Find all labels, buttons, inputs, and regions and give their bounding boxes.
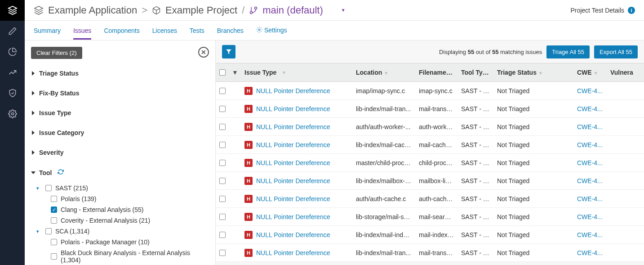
col-tool-type[interactable]: Tool Type (457, 69, 493, 76)
issue-link[interactable]: NULL Pointer Dereference (256, 123, 330, 130)
branch-dropdown-icon[interactable]: ▼ (341, 8, 346, 13)
info-icon[interactable]: i (628, 7, 635, 14)
caret-right-icon (32, 130, 35, 135)
tab-branches[interactable]: Branches (217, 22, 244, 40)
row-checkbox[interactable] (219, 160, 226, 166)
tree-parent[interactable]: ▾SAST (215) (31, 183, 207, 193)
checkbox[interactable] (51, 217, 57, 224)
row-checkbox[interactable] (219, 142, 226, 148)
tab-components[interactable]: Components (104, 22, 139, 40)
table-row[interactable]: HNULL Pointer Dereferenceimap/imap-sync.… (216, 82, 644, 100)
clear-filters-button[interactable]: Clear Filters (2) (31, 47, 82, 59)
cwe-link[interactable]: CWE-4... (577, 195, 603, 202)
issue-link[interactable]: NULL Pointer Dereference (256, 105, 330, 112)
select-all-checkbox[interactable] (219, 69, 226, 76)
filter-issue category[interactable]: Issue Category (31, 127, 207, 138)
table-row[interactable]: HNULL Pointer Dereferencelib-index/mail-… (216, 100, 644, 118)
table-row[interactable]: HNULL Pointer Dereferencelib-index/mail-… (216, 244, 644, 262)
row-checkbox[interactable] (219, 232, 226, 238)
table-row[interactable]: HNULL Pointer Dereferencelib-storage/mai… (216, 208, 644, 226)
tree-child[interactable]: Clang - External Analysis (55) (31, 204, 207, 215)
cwe-link[interactable]: CWE-4... (577, 213, 603, 220)
col-triage-status[interactable]: Triage Status▼ (493, 69, 573, 76)
filter-toggle-button[interactable] (222, 45, 235, 58)
breadcrumb-app[interactable]: Example Application (48, 4, 137, 16)
tab-summary[interactable]: Summary (34, 22, 61, 40)
checkbox[interactable] (45, 228, 52, 234)
tab-settings[interactable]: Settings (256, 21, 287, 40)
row-checkbox[interactable] (219, 88, 226, 94)
col-filename[interactable]: Filename/Origin (415, 69, 457, 76)
rail-shield-icon[interactable] (0, 83, 25, 103)
cwe-link[interactable]: CWE-4... (577, 87, 603, 94)
table-row[interactable]: HNULL Pointer Dereferencelib-index/mail-… (216, 226, 644, 244)
cwe-link[interactable]: CWE-4... (577, 249, 603, 256)
cwe-link[interactable]: CWE-4... (577, 141, 603, 148)
row-checkbox[interactable] (219, 214, 226, 220)
rail-chart-icon[interactable] (0, 62, 25, 83)
table-row[interactable]: HNULL Pointer Dereferencemaster/child-pr… (216, 154, 644, 172)
issue-link[interactable]: NULL Pointer Dereference (256, 195, 330, 202)
tree-child[interactable]: Coverity - External Analysis (21) (31, 215, 207, 226)
tree-child[interactable]: Black Duck Binary Analysis - External An… (31, 247, 207, 265)
rail-edit-icon[interactable] (0, 21, 25, 41)
table-row[interactable]: HNULL Pointer Dereferenceauth/auth-worke… (216, 118, 644, 136)
header-right-label[interactable]: Project Test Details (570, 7, 624, 14)
filter-severity[interactable]: Severity (31, 147, 207, 158)
row-checkbox[interactable] (219, 124, 226, 130)
cwe-link[interactable]: CWE-4... (577, 231, 603, 238)
chevron-down-icon: ▾ (36, 229, 42, 234)
col-vulnerability[interactable]: Vulnera (607, 69, 638, 76)
rail-pie-icon[interactable] (0, 41, 25, 62)
row-checkbox[interactable] (219, 106, 226, 112)
tab-licenses[interactable]: Licenses (152, 22, 177, 40)
tab-tests[interactable]: Tests (190, 22, 204, 40)
table-row[interactable]: HNULL Pointer Dereferencelib-index/mail-… (216, 136, 644, 154)
filter-triage status[interactable]: Triage Status (31, 68, 207, 79)
issue-link[interactable]: NULL Pointer Dereference (256, 177, 330, 184)
tree-child[interactable]: Polaris (139) (31, 193, 207, 204)
issue-link[interactable]: NULL Pointer Dereference (256, 213, 330, 220)
tree-parent[interactable]: ▾SCA (1,314) (31, 226, 207, 237)
breadcrumb-branch[interactable]: main (default) (262, 4, 323, 16)
cwe-link[interactable]: CWE-4... (577, 105, 603, 112)
col-issue-type[interactable]: Issue Type▼ (241, 69, 352, 76)
cwe-link[interactable]: CWE-4... (577, 159, 603, 166)
checkbox[interactable] (51, 239, 57, 245)
row-checkbox[interactable] (219, 250, 226, 256)
checkbox[interactable] (45, 185, 52, 191)
checkbox[interactable] (51, 253, 57, 260)
checkbox[interactable] (51, 196, 57, 202)
tab-issues[interactable]: Issues (73, 22, 91, 40)
checkbox[interactable] (51, 207, 57, 213)
filter-fix-by status[interactable]: Fix-By Status (31, 88, 207, 99)
issue-link[interactable]: NULL Pointer Dereference (256, 141, 330, 148)
cell-triage: Not Triaged (493, 159, 573, 166)
export-all-button[interactable]: Export All 55 (594, 45, 638, 58)
cwe-link[interactable]: CWE-4... (577, 177, 603, 184)
issue-link[interactable]: NULL Pointer Dereference (256, 87, 330, 94)
logo-icon[interactable] (0, 0, 25, 21)
cwe-link[interactable]: CWE-4... (577, 123, 603, 130)
tree-child[interactable]: Polaris - Package Manager (10) (31, 237, 207, 247)
issue-link[interactable]: NULL Pointer Dereference (256, 159, 330, 166)
breadcrumb-project[interactable]: Example Project (165, 4, 237, 16)
svg-marker-2 (35, 6, 43, 10)
col-cwe[interactable]: CWE▼ (573, 69, 607, 76)
cell-tool: SAST - Ex... (457, 231, 493, 238)
issue-link[interactable]: NULL Pointer Dereference (256, 249, 330, 256)
row-checkbox[interactable] (219, 178, 226, 184)
filter-issue type[interactable]: Issue Type (31, 108, 207, 118)
sort-caret-icon[interactable]: ▼ (229, 69, 241, 76)
close-filter-icon[interactable]: ✕ (198, 47, 209, 58)
rail-gear-icon[interactable] (0, 103, 25, 124)
col-location[interactable]: Location▼ (352, 69, 415, 76)
row-checkbox[interactable] (219, 196, 226, 202)
table-row[interactable]: HNULL Pointer Dereferenceauth/auth-cache… (216, 190, 644, 208)
refresh-icon[interactable] (58, 169, 64, 176)
cell-location: lib-storage/mail-se... (352, 213, 415, 220)
filter-tool-header[interactable]: Tool (31, 167, 207, 178)
triage-all-button[interactable]: Triage All 55 (546, 45, 590, 58)
issue-link[interactable]: NULL Pointer Dereference (256, 231, 330, 238)
table-row[interactable]: HNULL Pointer Dereferencelib-index/mailb… (216, 172, 644, 190)
